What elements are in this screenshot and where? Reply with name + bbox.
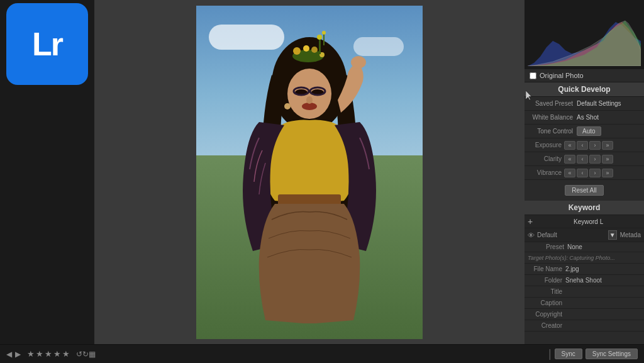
saved-preset-row: Saved Preset Default Settings: [525, 97, 644, 111]
vibrance-increase-big[interactable]: »: [602, 169, 613, 177]
sync-button[interactable]: Sync: [555, 349, 582, 359]
exposure-row: Exposure « ‹ › »: [525, 138, 644, 152]
saved-preset-value: Default Settings: [577, 100, 639, 107]
caption-label: Caption: [528, 299, 565, 306]
photo-canvas-area: [94, 0, 525, 344]
rotate-right-icon[interactable]: ↻: [82, 350, 89, 359]
target-photos-row: Target Photo(s): Capturing Photo...: [525, 252, 644, 264]
next-icon[interactable]: ▶: [15, 350, 21, 359]
histogram-area: [525, 0, 644, 69]
clarity-controls: « ‹ › »: [564, 155, 613, 164]
exposure-label: Exposure: [530, 142, 564, 148]
star-5[interactable]: ★: [62, 349, 70, 359]
svg-point-16: [306, 96, 313, 104]
photo-canvas: [196, 6, 423, 339]
quick-develop-header: Quick Develop: [525, 82, 644, 97]
svg-point-7: [317, 35, 322, 40]
white-balance-value: As Shot: [577, 114, 639, 121]
eye-icon[interactable]: 👁: [528, 232, 535, 239]
clarity-increase-big[interactable]: »: [602, 155, 613, 164]
vibrance-decrease[interactable]: ‹: [577, 169, 588, 177]
exposure-increase-big[interactable]: »: [602, 141, 613, 150]
file-name-value: 2.jpg: [565, 265, 641, 272]
star-4[interactable]: ★: [53, 349, 61, 359]
svg-point-4: [311, 47, 318, 53]
sidebar-toggle-icon[interactable]: |: [548, 347, 552, 360]
tag-dropdown[interactable]: ▼: [608, 230, 617, 240]
star-2[interactable]: ★: [36, 349, 43, 359]
metadata-section-label: Metada: [620, 232, 641, 238]
white-balance-label: White Balance: [530, 114, 577, 121]
svg-point-17: [351, 56, 366, 69]
vibrance-row: Vibrance « ‹ › »: [525, 166, 644, 180]
sync-settings-button[interactable]: Sync Settings: [586, 349, 638, 359]
star-3[interactable]: ★: [45, 349, 52, 359]
copyright-row: Copyright: [525, 309, 644, 320]
rotate-left-icon[interactable]: ↺: [76, 350, 82, 359]
original-photo-row[interactable]: Original Photo: [525, 69, 644, 82]
vibrance-controls: « ‹ › »: [564, 169, 613, 177]
creator-row: Creator: [525, 320, 644, 332]
vibrance-decrease-big[interactable]: «: [564, 169, 575, 177]
copyright-label: Copyright: [528, 311, 565, 318]
default-label: Default: [537, 232, 557, 238]
svg-rect-8: [323, 34, 325, 45]
left-panel: Lr: [0, 0, 94, 344]
exposure-increase[interactable]: ›: [589, 141, 601, 150]
folder-value: Sneha Shoot: [565, 277, 641, 284]
reset-all-button[interactable]: Reset All: [565, 185, 603, 196]
keyword-tags-label: Keyword L: [536, 218, 641, 225]
vibrance-label: Vibrance: [530, 169, 564, 176]
target-photos-label: Target Photo(s):: [528, 255, 568, 261]
clarity-increase[interactable]: ›: [589, 155, 601, 164]
clarity-decrease[interactable]: ‹: [577, 155, 588, 164]
cursor: [526, 91, 533, 98]
preset-value: None: [567, 243, 639, 250]
clarity-label: Clarity: [530, 155, 564, 162]
star-1[interactable]: ★: [27, 349, 35, 359]
right-panel-scroll[interactable]: Quick Develop Saved Preset Default Setti…: [525, 82, 644, 344]
white-balance-row: White Balance As Shot: [525, 111, 644, 125]
keywording-title: Keyword: [569, 203, 601, 212]
svg-point-18: [284, 103, 291, 109]
lr-logo-text: Lr: [32, 25, 62, 63]
view-options-icon[interactable]: ▦: [89, 350, 96, 359]
title-label: Title: [528, 288, 565, 295]
exposure-controls: « ‹ › »: [564, 141, 613, 150]
tone-control-label: Tone Control: [530, 128, 577, 135]
clarity-decrease-big[interactable]: «: [564, 155, 575, 164]
target-photos-value: Capturing Photo...: [569, 255, 615, 261]
right-panel: Original Photo Quick Develop Saved Prese…: [525, 0, 644, 344]
folder-label: Folder: [528, 277, 565, 284]
bottom-right-controls: | Sync Sync Settings: [548, 347, 638, 360]
tone-control-auto-button[interactable]: Auto: [577, 126, 601, 136]
keywording-header: Keyword: [525, 201, 644, 215]
svg-point-2: [293, 47, 301, 55]
keyword-tag-controls-row: 👁 Default ▼ Metada: [525, 228, 644, 242]
keyword-tags-row: + Keyword L: [525, 215, 644, 228]
photo-container: [196, 6, 423, 339]
tone-control-row[interactable]: Tone Control Auto: [525, 125, 644, 138]
prev-icon[interactable]: ◀: [6, 350, 12, 359]
original-photo-label: Original Photo: [540, 72, 584, 79]
clarity-row: Clarity « ‹ › »: [525, 152, 644, 166]
caption-row: Caption: [525, 298, 644, 309]
svg-point-3: [303, 45, 309, 52]
bottom-bar: ◀ ▶ ★ ★ ★ ★ ★ ↺ ↻ ▦ | Sync Sync Settings: [0, 344, 644, 363]
saved-preset-label: Saved Preset: [530, 100, 577, 107]
exposure-decrease-big[interactable]: «: [564, 141, 575, 150]
vibrance-increase[interactable]: ›: [589, 169, 601, 177]
histogram-svg: [528, 9, 641, 66]
svg-point-9: [322, 31, 326, 35]
keyword-plus-icon[interactable]: +: [528, 216, 533, 226]
lr-logo: Lr: [6, 3, 88, 85]
exposure-decrease[interactable]: ‹: [577, 141, 588, 150]
file-name-row: File Name 2.jpg: [525, 264, 644, 275]
star-rating[interactable]: ★ ★ ★ ★ ★: [27, 349, 70, 359]
file-name-label: File Name: [528, 265, 565, 272]
preset-label: Preset: [530, 243, 567, 250]
original-photo-checkbox[interactable]: [530, 72, 536, 79]
bottom-icons: ◀ ▶: [6, 350, 21, 359]
reset-all-container: Reset All: [525, 180, 644, 201]
figure-svg: [203, 25, 416, 339]
